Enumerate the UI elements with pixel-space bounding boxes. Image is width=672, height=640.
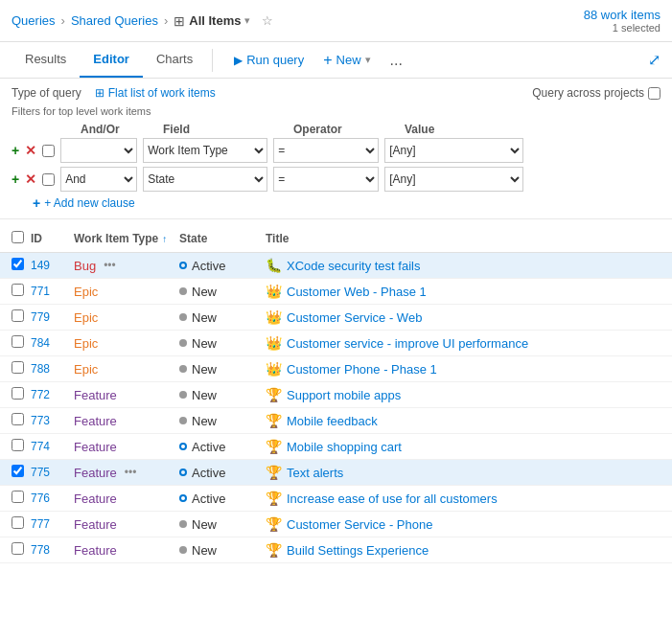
row-more-icon[interactable]: ••• (104, 259, 116, 272)
row-checkbox[interactable] (12, 516, 31, 532)
title-text[interactable]: Customer service - improve UI performanc… (287, 336, 528, 351)
row-checkbox[interactable] (12, 335, 31, 351)
col-title-header[interactable]: Title (266, 232, 660, 245)
row-checkbox[interactable] (12, 258, 31, 273)
filter-field-2[interactable]: State Work Item Type Title (143, 167, 267, 192)
star-icon[interactable]: ☆ (262, 13, 273, 28)
filter-checkbox-2[interactable] (42, 173, 55, 186)
row-id[interactable]: 149 (31, 259, 74, 272)
row-title[interactable]: 🏆 Customer Service - Phone (266, 516, 660, 532)
row-checkbox[interactable] (12, 465, 31, 480)
query-across-checkbox[interactable] (648, 87, 660, 100)
title-text[interactable]: Build Settings Experience (287, 543, 429, 558)
expand-button[interactable]: ⤢ (648, 51, 660, 69)
table-row[interactable]: 779 Epic New 👑 Customer Service - Web (0, 305, 672, 331)
row-title[interactable]: 👑 Customer Service - Web (266, 309, 660, 325)
row-title[interactable]: 🏆 Build Settings Experience (266, 542, 660, 558)
tab-results[interactable]: Results (12, 42, 80, 78)
table-row[interactable]: 773 Feature New 🏆 Mobile feedback (0, 408, 672, 434)
row-id[interactable]: 775 (31, 466, 74, 479)
more-button[interactable]: ... (382, 46, 410, 75)
table-row[interactable]: 771 Epic New 👑 Customer Web - Phase 1 (0, 279, 672, 305)
row-id[interactable]: 774 (31, 440, 74, 453)
col-id-header[interactable]: ID (31, 232, 74, 245)
table-row[interactable]: 778 Feature New 🏆 Build Settings Experie… (0, 537, 672, 563)
new-button[interactable]: + New ▾ (315, 46, 378, 75)
row-id[interactable]: 773 (31, 414, 74, 427)
row-id[interactable]: 784 (31, 336, 74, 350)
title-text[interactable]: Increase ease of use for all customers (287, 491, 498, 506)
row-title[interactable]: 👑 Customer Web - Phase 1 (266, 284, 660, 299)
select-all-checkbox[interactable] (12, 231, 24, 243)
row-id[interactable]: 779 (31, 310, 74, 324)
row-title[interactable]: 🏆 Mobile feedback (266, 413, 660, 428)
sort-arrow-icon[interactable]: ↑ (162, 234, 167, 244)
row-checkbox[interactable] (12, 413, 31, 428)
row-id[interactable]: 777 (31, 517, 74, 531)
breadcrumb-queries[interactable]: Queries (12, 13, 56, 28)
add-clause-plus: + (33, 195, 40, 211)
filter-remove-2[interactable]: ✕ (25, 171, 36, 187)
row-id[interactable]: 776 (31, 491, 74, 505)
row-id[interactable]: 788 (31, 362, 74, 376)
dropdown-icon[interactable]: ▾ (244, 14, 250, 27)
table-row[interactable]: 784 Epic New 👑 Customer service - improv… (0, 331, 672, 356)
table-row[interactable]: 777 Feature New 🏆 Customer Service - Pho… (0, 512, 672, 537)
flat-list-badge[interactable]: ⊞ Flat list of work items (95, 86, 216, 100)
filter-andor-2[interactable]: And Or (60, 167, 137, 192)
row-title[interactable]: 🐛 XCode security test fails (266, 258, 660, 273)
row-title[interactable]: 🏆 Increase ease of use for all customers (266, 491, 660, 506)
title-text[interactable]: Mobile shopping cart (287, 440, 402, 454)
row-title[interactable]: 🏆 Mobile shopping cart (266, 439, 660, 454)
row-title[interactable]: 👑 Customer Phone - Phase 1 (266, 361, 660, 377)
tab-charts[interactable]: Charts (143, 42, 206, 78)
title-text[interactable]: Text alerts (287, 466, 343, 480)
title-text[interactable]: Customer Phone - Phase 1 (287, 362, 437, 377)
table-row[interactable]: 776 Feature Active 🏆 Increase ease of us… (0, 486, 672, 512)
state-label: New (192, 414, 217, 428)
tab-editor[interactable]: Editor (80, 42, 143, 78)
row-checkbox[interactable] (12, 491, 31, 506)
title-text[interactable]: Customer Web - Phase 1 (287, 285, 427, 299)
row-checkbox[interactable] (12, 387, 31, 402)
row-title[interactable]: 🏆 Support mobile apps (266, 387, 660, 402)
row-more-icon[interactable]: ••• (125, 466, 137, 479)
add-new-clause[interactable]: + + Add new clause (12, 195, 660, 211)
col-type-header[interactable]: Work Item Type ↑ (74, 232, 179, 245)
filter-value-1[interactable]: [Any] Bug Epic Feature (384, 138, 523, 163)
row-checkbox[interactable] (12, 439, 31, 454)
filter-field-1[interactable]: Work Item Type State Title (143, 138, 267, 163)
filter-andor-1[interactable]: And Or (60, 138, 137, 163)
title-text[interactable]: Mobile feedback (287, 414, 378, 428)
breadcrumb-shared-queries[interactable]: Shared Queries (71, 13, 158, 28)
table-row[interactable]: 775 Feature ••• Active 🏆 Text alerts (0, 460, 672, 486)
title-text[interactable]: Support mobile apps (287, 388, 401, 402)
title-text[interactable]: Customer Service - Web (287, 310, 422, 325)
title-text[interactable]: XCode security test fails (287, 259, 420, 273)
row-checkbox[interactable] (12, 284, 31, 299)
filter-checkbox-1[interactable] (42, 145, 55, 157)
row-id[interactable]: 772 (31, 388, 74, 401)
table-row[interactable]: 149 Bug ••• Active 🐛 XCode security test… (0, 253, 672, 279)
row-id[interactable]: 771 (31, 285, 74, 298)
filter-value-2[interactable]: [Any] New Active Resolved (384, 167, 523, 192)
filter-add-1[interactable]: + (12, 143, 19, 158)
row-checkbox[interactable] (12, 542, 31, 558)
row-title[interactable]: 🏆 Text alerts (266, 465, 660, 480)
filter-op-1[interactable]: = != Contains (273, 138, 379, 163)
filter-remove-1[interactable]: ✕ (25, 143, 36, 158)
filter-op-2[interactable]: = != Contains (273, 167, 379, 192)
row-id[interactable]: 778 (31, 543, 74, 557)
row-checkbox[interactable] (12, 309, 31, 325)
new-dropdown-icon[interactable]: ▾ (365, 54, 371, 66)
col-state-header[interactable]: State (179, 232, 266, 245)
table-row[interactable]: 788 Epic New 👑 Customer Phone - Phase 1 (0, 356, 672, 382)
row-checkbox[interactable] (12, 361, 31, 377)
filter-add-2[interactable]: + (12, 171, 19, 187)
row-title[interactable]: 👑 Customer service - improve UI performa… (266, 335, 660, 351)
run-query-button[interactable]: ▶ Run query (226, 47, 312, 73)
table-row[interactable]: 774 Feature Active 🏆 Mobile shopping car… (0, 434, 672, 460)
table-row[interactable]: 772 Feature New 🏆 Support mobile apps (0, 382, 672, 408)
title-text[interactable]: Customer Service - Phone (287, 517, 432, 532)
breadcrumb-all-items[interactable]: All Items (189, 13, 241, 28)
